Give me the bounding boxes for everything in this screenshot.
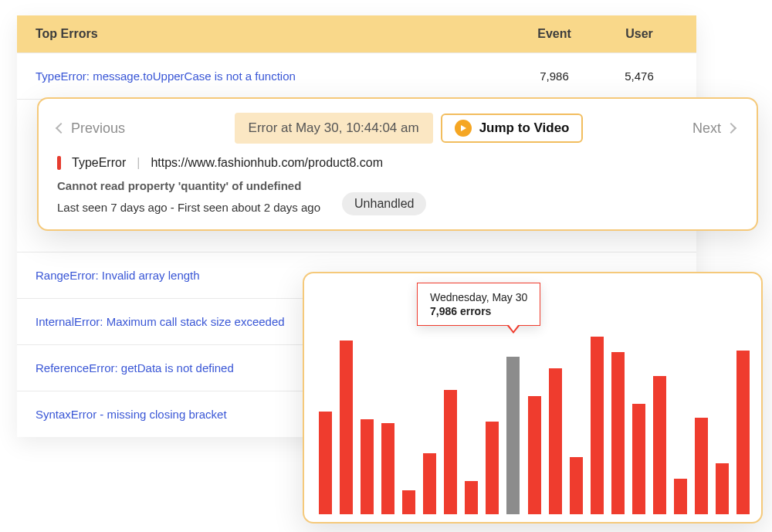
error-type: TypeError (72, 156, 126, 170)
error-message: Cannot read property 'quantity' of undef… (57, 179, 738, 192)
header-user: User (601, 27, 678, 41)
chart-bar[interactable] (444, 390, 457, 514)
previous-label: Previous (71, 120, 125, 137)
jump-to-video-button[interactable]: Jump to Video (441, 114, 584, 143)
chart-bar[interactable] (381, 423, 394, 514)
chart-bar[interactable] (319, 412, 332, 514)
chart-bar[interactable] (591, 337, 604, 514)
tooltip-tail-icon (507, 326, 520, 334)
previous-button[interactable]: Previous (57, 120, 125, 137)
chevron-right-icon (726, 123, 736, 134)
chart-bar[interactable] (402, 490, 415, 514)
chart-bar[interactable] (340, 341, 353, 514)
chart-bar[interactable] (736, 351, 750, 514)
chart-bar[interactable] (570, 457, 583, 514)
error-name: TypeError: message.toUpperCase is not a … (36, 69, 508, 83)
detail-nav: Previous Error at May 30, 10:44:04 am Ju… (57, 111, 738, 145)
unhandled-badge: Unhandled (342, 192, 426, 215)
chart-bar[interactable] (716, 463, 729, 514)
header-top-errors: Top Errors (36, 27, 508, 41)
chart-bar[interactable] (632, 404, 645, 514)
error-timestamp: Error at May 30, 10:44:04 am (235, 113, 433, 144)
chart-bar[interactable] (506, 357, 520, 514)
chevron-left-icon (56, 123, 66, 134)
chart-bar[interactable] (465, 481, 478, 514)
table-header-row: Top Errors Event User (17, 15, 696, 53)
chart-bar[interactable] (528, 396, 541, 514)
severity-icon (57, 156, 61, 170)
jump-label: Jump to Video (479, 120, 570, 136)
play-icon (455, 120, 472, 137)
chart-bar[interactable] (361, 419, 374, 514)
tooltip-date: Wednesday, May 30 (430, 291, 527, 303)
error-detail-card: Previous Error at May 30, 10:44:04 am Ju… (37, 97, 758, 231)
chart-area[interactable]: Wednesday, May 30 7,986 errors (315, 287, 750, 514)
detail-body: TypeError | https://www.fashionhub.com/p… (57, 156, 738, 215)
seen-text: Last seen 7 days ago - First seen about … (57, 201, 320, 214)
chart-bar[interactable] (611, 352, 625, 514)
next-label: Next (692, 120, 721, 137)
chart-bar[interactable] (695, 418, 708, 514)
chart-bar[interactable] (423, 453, 436, 514)
tooltip-value: 7,986 errors (430, 305, 527, 317)
chart-bar[interactable] (549, 368, 562, 514)
error-user: 5,476 (601, 69, 678, 83)
chart-bar[interactable] (486, 422, 499, 514)
seen-row: Last seen 7 days ago - First seen about … (57, 192, 738, 215)
chart-bar[interactable] (653, 376, 666, 514)
error-identity-line: TypeError | https://www.fashionhub.com/p… (57, 156, 738, 170)
header-event: Event (508, 27, 601, 41)
error-event: 7,986 (508, 69, 601, 83)
table-row[interactable]: TypeError: message.toUpperCase is not a … (17, 53, 696, 99)
separator: | (137, 156, 140, 170)
error-url: https://www.fashionhub.com/product8.com (151, 156, 383, 170)
chart-bar[interactable] (674, 479, 687, 514)
errors-chart-panel: Wednesday, May 30 7,986 errors (303, 272, 763, 524)
chart-tooltip: Wednesday, May 30 7,986 errors (417, 283, 540, 326)
next-button[interactable]: Next (692, 120, 735, 137)
